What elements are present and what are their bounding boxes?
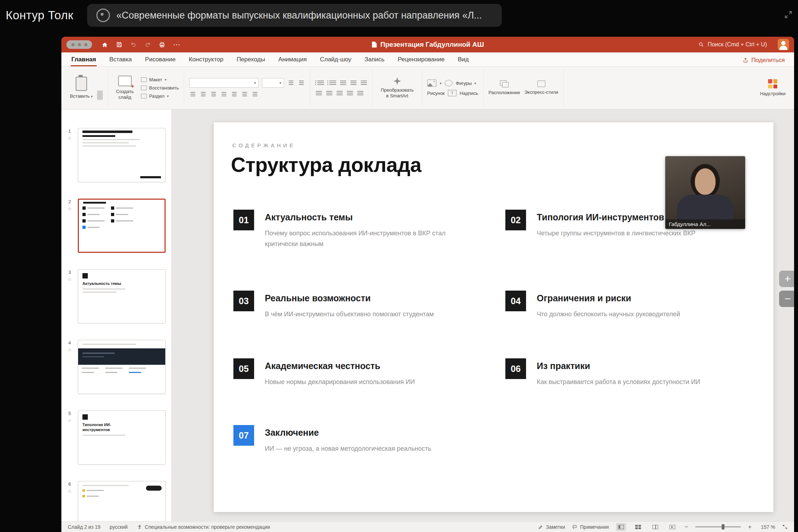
thumbnail-preview[interactable] [78,128,166,182]
language-indicator[interactable]: русский [110,524,127,530]
increase-indent-icon[interactable] [350,79,357,86]
zoom-in-icon[interactable]: + [748,524,752,530]
zoom-out-button[interactable]: − [779,291,794,307]
thumbnail-slide-6[interactable]: 6 ☆ [61,481,171,521]
agenda-number: 01 [233,210,254,230]
align-left-icon[interactable] [315,89,322,97]
tab-slideshow[interactable]: Слайд-шоу [319,56,352,66]
thumbnail-preview[interactable]: Типология ИИ-инструментов [78,410,166,465]
shapes-icon [445,80,453,86]
thumbnail-preview[interactable] [78,340,166,394]
slide-sorter-view-button[interactable] [633,523,643,531]
slide-number: 5 [68,411,71,416]
powerpoint-window: ⋯ Презентация Габдуллиной АШ Поиск (Cmd … [61,37,794,532]
thumbnail-preview[interactable] [78,199,166,253]
zoom-out-icon[interactable]: − [685,524,688,530]
text-highlight-icon[interactable] [231,91,238,98]
font-name-select[interactable]: ▾ [189,78,259,88]
window-controls[interactable] [66,40,92,49]
zoom-slider-knob[interactable] [722,524,724,530]
maximize-icon[interactable] [84,43,87,46]
search-box[interactable]: Поиск (Cmd + Ctrl + U) [698,41,767,48]
slideshow-button[interactable] [667,523,677,531]
print-icon[interactable] [159,41,165,48]
more-commands-icon[interactable]: ⋯ [173,41,181,48]
redo-icon[interactable] [145,41,151,48]
bullets-icon[interactable] [315,79,324,86]
share-button[interactable]: Поделиться [743,57,785,64]
meeting-title-pill[interactable]: «Современные форматы выпускных квалифика… [87,4,502,27]
strikethrough-icon[interactable] [220,91,227,98]
titlebar[interactable]: ⋯ Презентация Габдуллиной АШ Поиск (Cmd … [61,37,794,52]
layout-button[interactable]: Макет ▾ [141,77,179,82]
tab-zapis[interactable]: Запись [364,56,385,66]
tab-konstruktor[interactable]: Конструктор [188,56,224,66]
format-painter-icon[interactable] [97,91,103,100]
zoom-in-button[interactable]: + [779,271,794,287]
tab-glavnaya[interactable]: Главная [71,56,97,66]
tab-vstavka[interactable]: Вставка [108,56,132,66]
decrease-indent-icon[interactable] [339,79,347,86]
save-icon[interactable] [116,41,122,48]
thumbnail-slide-4[interactable]: 4 ☆ [61,340,171,394]
paste-button[interactable]: Вставить ▾ [70,77,93,99]
fit-slide-button[interactable] [782,524,788,530]
chevron-down-icon: ▾ [167,94,169,98]
close-icon[interactable] [71,43,75,46]
reset-button[interactable]: Восстановить [141,85,179,91]
decrease-font-icon[interactable] [298,79,305,86]
thumbnail-slide-1[interactable]: 1 ☆ [61,128,171,182]
align-right-icon[interactable] [336,89,343,97]
textbox-button[interactable]: Надпись [460,91,478,96]
align-center-icon[interactable] [325,89,333,97]
smartart-button[interactable]: Преобразоватьв SmartArt [378,77,417,98]
numbering-icon[interactable] [327,79,336,86]
expand-window-icon[interactable] [784,10,793,21]
thumbnail-preview[interactable] [78,481,166,521]
zoom-slider[interactable] [695,526,741,527]
webcam-video[interactable]: Габдуллина Ал... [665,156,745,229]
account-avatar[interactable] [778,39,789,50]
chevron-down-icon: ▾ [91,94,93,98]
tab-risovanie[interactable]: Рисование [144,56,176,66]
thumbnail-slide-3[interactable]: 3 ☆ Актуальность темы [61,269,171,323]
tab-perekhody[interactable]: Переходы [236,56,266,66]
notes-button[interactable]: Заметки [538,524,565,530]
normal-view-button[interactable] [616,523,626,531]
fit-to-window-icon [782,524,788,530]
home-icon[interactable] [101,41,108,48]
character-spacing-icon[interactable] [251,91,258,98]
smartart-icon [393,77,401,85]
tab-retsenzirovanie[interactable]: Рецензирование [397,56,445,66]
line-spacing-icon[interactable] [360,79,367,86]
underline-icon[interactable] [210,91,217,98]
section-button[interactable]: Раздел ▾ [141,93,179,99]
tab-animatsiya[interactable]: Анимация [278,56,308,66]
section-icon [141,94,147,98]
shapes-button[interactable]: Фигуры ▾ [456,81,476,86]
thumbnail-slide-5[interactable]: 5 ☆ Типология ИИ-инструментов [61,410,171,465]
zoom-percentage[interactable]: 157 % [759,524,775,530]
quick-styles-button[interactable]: Экспресс-стили [524,81,558,95]
tab-vid[interactable]: Вид [457,56,470,66]
picture-button[interactable]: Рисунок [427,91,445,96]
thumbnail-label: Типология ИИ-инструментов [82,423,129,433]
minimize-icon[interactable] [78,43,81,46]
new-slide-button[interactable]: Создать слайд [113,76,137,100]
font-color-icon[interactable] [241,91,248,98]
insert-picture-icon[interactable] [427,80,436,87]
accessibility-check[interactable]: Специальные возможности: проверьте реком… [137,524,270,530]
undo-icon[interactable] [130,41,137,48]
font-size-select[interactable]: ▾ [262,78,284,88]
bold-icon[interactable] [189,91,196,98]
reading-view-button[interactable] [650,523,660,531]
thumbnail-preview[interactable]: Актуальность темы [78,269,166,323]
italic-icon[interactable] [200,91,207,98]
columns-icon[interactable] [346,89,353,97]
arrange-button[interactable]: Расположение [489,80,520,96]
addins-button[interactable]: Надстройки [760,79,786,97]
text-direction-icon[interactable] [357,89,364,97]
increase-font-icon[interactable] [287,79,294,86]
comments-button[interactable]: Примечания [572,524,609,530]
thumbnail-slide-2[interactable]: 2 ☆ [61,199,171,253]
